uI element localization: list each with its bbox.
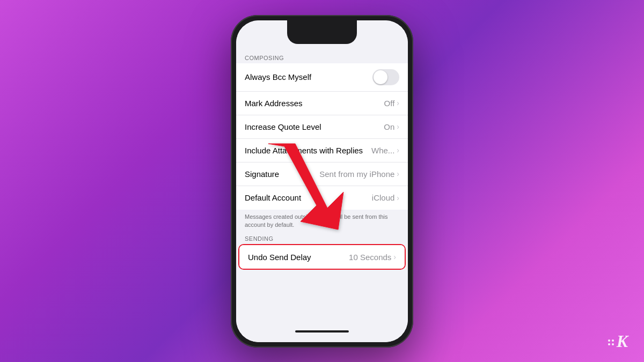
default-account-label: Default Account (245, 193, 301, 202)
composing-section: COMPOSING Always Bcc Myself (236, 26, 408, 270)
phone-mockup: COMPOSING Always Bcc Myself (231, 15, 413, 348)
mark-addresses-value: Off (384, 99, 395, 108)
attachments-value-group: Whe... › (371, 146, 399, 155)
watermark-letter: K (617, 331, 628, 351)
undo-send-row[interactable]: Undo Send Delay 10 Seconds › (239, 245, 405, 269)
screen-content: COMPOSING Always Bcc Myself (236, 20, 408, 342)
increase-quote-label: Increase Quote Level (245, 122, 321, 131)
increase-quote-row[interactable]: Increase Quote Level On › (236, 115, 408, 139)
phone-notch (287, 20, 357, 44)
settings-list: COMPOSING Always Bcc Myself (236, 26, 408, 342)
signature-value: Sent from my iPhone (319, 169, 394, 179)
phone-screen: COMPOSING Always Bcc Myself (236, 20, 408, 342)
undo-send-value: 10 Seconds (349, 253, 391, 262)
dot-2 (612, 339, 614, 342)
attachments-value: Whe... (371, 146, 394, 155)
sending-section: SENDING Undo Send Delay 10 Seconds › (236, 232, 408, 270)
knowtechie-watermark: K (608, 331, 628, 351)
increase-quote-chevron: › (397, 122, 399, 131)
default-account-value-group: iCloud › (372, 193, 399, 202)
always-bcc-row[interactable]: Always Bcc Myself (236, 63, 408, 92)
mark-addresses-chevron: › (397, 99, 399, 107)
always-bcc-label: Always Bcc Myself (245, 72, 311, 82)
dot-3 (608, 343, 610, 345)
dot-4 (612, 343, 614, 345)
default-account-chevron: › (397, 194, 399, 202)
mark-addresses-label: Mark Addresses (245, 99, 303, 108)
increase-quote-value-group: On › (384, 122, 399, 131)
phone-body: COMPOSING Always Bcc Myself (231, 15, 413, 348)
signature-label: Signature (245, 169, 279, 179)
watermark-dots (608, 339, 614, 345)
sending-header: SENDING (236, 232, 408, 244)
dot-1 (608, 339, 610, 342)
attachments-row[interactable]: Include Attachments with Replies Whe... … (236, 139, 408, 162)
toggle-knob (374, 70, 387, 84)
attachments-chevron: › (397, 146, 399, 154)
home-indicator (295, 330, 349, 333)
attachments-label: Include Attachments with Replies (245, 146, 363, 155)
signature-chevron: › (397, 169, 399, 178)
increase-quote-value: On (384, 122, 394, 131)
undo-send-label: Undo Send Delay (248, 253, 311, 262)
always-bcc-toggle[interactable] (372, 69, 399, 85)
composing-header: COMPOSING (236, 51, 408, 63)
default-account-row[interactable]: Default Account iCloud › (236, 186, 408, 210)
composing-group: Always Bcc Myself Mark Addresses Off (236, 63, 408, 210)
undo-send-highlight-border: Undo Send Delay 10 Seconds › (238, 244, 406, 270)
mark-addresses-value-group: Off › (384, 99, 399, 108)
mark-addresses-row[interactable]: Mark Addresses Off › (236, 92, 408, 115)
signature-row[interactable]: Signature Sent from my iPhone › (236, 162, 408, 186)
undo-send-chevron: › (393, 253, 396, 261)
default-account-value: iCloud (372, 193, 395, 202)
signature-value-group: Sent from my iPhone › (319, 169, 399, 179)
undo-send-value-group: 10 Seconds › (349, 253, 396, 262)
default-account-note: Messages created outside of Mail will be… (236, 210, 408, 233)
